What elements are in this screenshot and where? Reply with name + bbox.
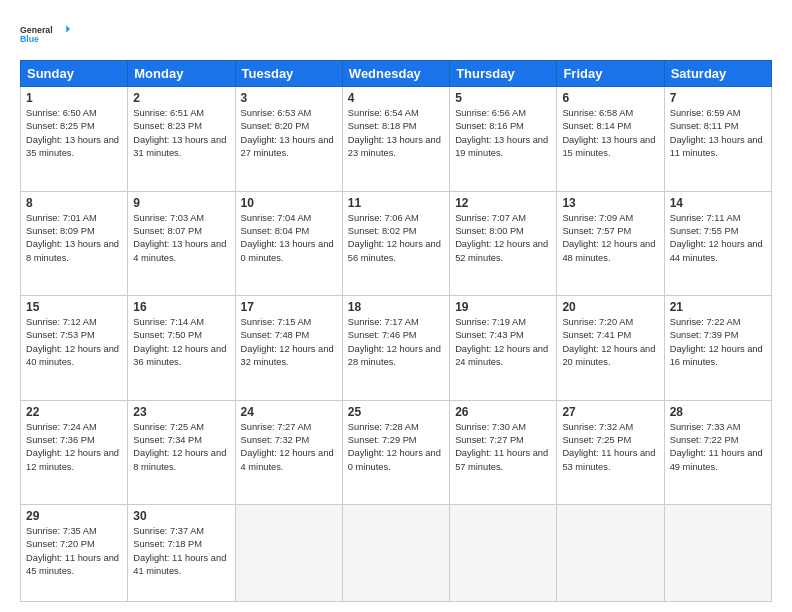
day-header-friday: Friday xyxy=(557,61,664,87)
day-number: 10 xyxy=(241,196,337,210)
day-info: Sunrise: 6:53 AM Sunset: 8:20 PM Dayligh… xyxy=(241,107,337,161)
day-number: 30 xyxy=(133,509,229,523)
day-number: 1 xyxy=(26,91,122,105)
day-info: Sunrise: 7:24 AM Sunset: 7:36 PM Dayligh… xyxy=(26,421,122,475)
calendar-week-1: 1 Sunrise: 6:50 AM Sunset: 8:25 PM Dayli… xyxy=(21,87,772,192)
day-info: Sunrise: 7:03 AM Sunset: 8:07 PM Dayligh… xyxy=(133,212,229,266)
day-info: Sunrise: 7:30 AM Sunset: 7:27 PM Dayligh… xyxy=(455,421,551,475)
day-number: 9 xyxy=(133,196,229,210)
calendar-day: 13 Sunrise: 7:09 AM Sunset: 7:57 PM Dayl… xyxy=(557,191,664,296)
calendar-day xyxy=(235,505,342,602)
day-info: Sunrise: 6:54 AM Sunset: 8:18 PM Dayligh… xyxy=(348,107,444,161)
calendar-day: 20 Sunrise: 7:20 AM Sunset: 7:41 PM Dayl… xyxy=(557,296,664,401)
day-number: 13 xyxy=(562,196,658,210)
calendar-day: 16 Sunrise: 7:14 AM Sunset: 7:50 PM Dayl… xyxy=(128,296,235,401)
day-header-thursday: Thursday xyxy=(450,61,557,87)
day-info: Sunrise: 7:27 AM Sunset: 7:32 PM Dayligh… xyxy=(241,421,337,475)
calendar-day: 28 Sunrise: 7:33 AM Sunset: 7:22 PM Dayl… xyxy=(664,400,771,505)
day-number: 3 xyxy=(241,91,337,105)
logo: General Blue xyxy=(20,16,70,52)
calendar-day: 19 Sunrise: 7:19 AM Sunset: 7:43 PM Dayl… xyxy=(450,296,557,401)
day-number: 6 xyxy=(562,91,658,105)
calendar-day: 21 Sunrise: 7:22 AM Sunset: 7:39 PM Dayl… xyxy=(664,296,771,401)
logo-svg: General Blue xyxy=(20,16,70,52)
day-number: 23 xyxy=(133,405,229,419)
calendar-day: 2 Sunrise: 6:51 AM Sunset: 8:23 PM Dayli… xyxy=(128,87,235,192)
calendar-day: 17 Sunrise: 7:15 AM Sunset: 7:48 PM Dayl… xyxy=(235,296,342,401)
calendar-day: 7 Sunrise: 6:59 AM Sunset: 8:11 PM Dayli… xyxy=(664,87,771,192)
calendar-day: 14 Sunrise: 7:11 AM Sunset: 7:55 PM Dayl… xyxy=(664,191,771,296)
calendar-day xyxy=(450,505,557,602)
calendar-week-5: 29 Sunrise: 7:35 AM Sunset: 7:20 PM Dayl… xyxy=(21,505,772,602)
calendar-day: 8 Sunrise: 7:01 AM Sunset: 8:09 PM Dayli… xyxy=(21,191,128,296)
day-number: 11 xyxy=(348,196,444,210)
svg-text:General: General xyxy=(20,25,53,35)
calendar-day: 25 Sunrise: 7:28 AM Sunset: 7:29 PM Dayl… xyxy=(342,400,449,505)
calendar-week-4: 22 Sunrise: 7:24 AM Sunset: 7:36 PM Dayl… xyxy=(21,400,772,505)
day-header-tuesday: Tuesday xyxy=(235,61,342,87)
day-info: Sunrise: 7:11 AM Sunset: 7:55 PM Dayligh… xyxy=(670,212,766,266)
calendar-day: 23 Sunrise: 7:25 AM Sunset: 7:34 PM Dayl… xyxy=(128,400,235,505)
calendar-day: 27 Sunrise: 7:32 AM Sunset: 7:25 PM Dayl… xyxy=(557,400,664,505)
day-info: Sunrise: 7:14 AM Sunset: 7:50 PM Dayligh… xyxy=(133,316,229,370)
day-info: Sunrise: 7:28 AM Sunset: 7:29 PM Dayligh… xyxy=(348,421,444,475)
day-number: 15 xyxy=(26,300,122,314)
day-header-saturday: Saturday xyxy=(664,61,771,87)
calendar-day: 30 Sunrise: 7:37 AM Sunset: 7:18 PM Dayl… xyxy=(128,505,235,602)
day-number: 5 xyxy=(455,91,551,105)
calendar-day xyxy=(557,505,664,602)
svg-text:Blue: Blue xyxy=(20,34,39,44)
calendar-day: 22 Sunrise: 7:24 AM Sunset: 7:36 PM Dayl… xyxy=(21,400,128,505)
calendar-day: 24 Sunrise: 7:27 AM Sunset: 7:32 PM Dayl… xyxy=(235,400,342,505)
day-info: Sunrise: 7:17 AM Sunset: 7:46 PM Dayligh… xyxy=(348,316,444,370)
day-info: Sunrise: 7:01 AM Sunset: 8:09 PM Dayligh… xyxy=(26,212,122,266)
day-info: Sunrise: 7:19 AM Sunset: 7:43 PM Dayligh… xyxy=(455,316,551,370)
day-number: 24 xyxy=(241,405,337,419)
day-info: Sunrise: 7:15 AM Sunset: 7:48 PM Dayligh… xyxy=(241,316,337,370)
day-number: 7 xyxy=(670,91,766,105)
day-number: 28 xyxy=(670,405,766,419)
day-number: 8 xyxy=(26,196,122,210)
day-info: Sunrise: 7:09 AM Sunset: 7:57 PM Dayligh… xyxy=(562,212,658,266)
day-info: Sunrise: 7:22 AM Sunset: 7:39 PM Dayligh… xyxy=(670,316,766,370)
day-info: Sunrise: 6:56 AM Sunset: 8:16 PM Dayligh… xyxy=(455,107,551,161)
day-info: Sunrise: 7:12 AM Sunset: 7:53 PM Dayligh… xyxy=(26,316,122,370)
day-header-monday: Monday xyxy=(128,61,235,87)
day-info: Sunrise: 7:20 AM Sunset: 7:41 PM Dayligh… xyxy=(562,316,658,370)
day-info: Sunrise: 7:25 AM Sunset: 7:34 PM Dayligh… xyxy=(133,421,229,475)
calendar-day: 15 Sunrise: 7:12 AM Sunset: 7:53 PM Dayl… xyxy=(21,296,128,401)
calendar-day: 4 Sunrise: 6:54 AM Sunset: 8:18 PM Dayli… xyxy=(342,87,449,192)
day-info: Sunrise: 6:58 AM Sunset: 8:14 PM Dayligh… xyxy=(562,107,658,161)
day-header-wednesday: Wednesday xyxy=(342,61,449,87)
day-info: Sunrise: 7:37 AM Sunset: 7:18 PM Dayligh… xyxy=(133,525,229,579)
svg-marker-2 xyxy=(66,25,70,33)
calendar-day: 12 Sunrise: 7:07 AM Sunset: 8:00 PM Dayl… xyxy=(450,191,557,296)
day-number: 14 xyxy=(670,196,766,210)
calendar-table: SundayMondayTuesdayWednesdayThursdayFrid… xyxy=(20,60,772,602)
day-number: 17 xyxy=(241,300,337,314)
day-number: 2 xyxy=(133,91,229,105)
calendar-day: 10 Sunrise: 7:04 AM Sunset: 8:04 PM Dayl… xyxy=(235,191,342,296)
day-info: Sunrise: 6:51 AM Sunset: 8:23 PM Dayligh… xyxy=(133,107,229,161)
day-info: Sunrise: 7:35 AM Sunset: 7:20 PM Dayligh… xyxy=(26,525,122,579)
day-header-sunday: Sunday xyxy=(21,61,128,87)
day-number: 21 xyxy=(670,300,766,314)
calendar-day: 11 Sunrise: 7:06 AM Sunset: 8:02 PM Dayl… xyxy=(342,191,449,296)
calendar-day: 18 Sunrise: 7:17 AM Sunset: 7:46 PM Dayl… xyxy=(342,296,449,401)
day-number: 20 xyxy=(562,300,658,314)
calendar-day xyxy=(342,505,449,602)
calendar-week-3: 15 Sunrise: 7:12 AM Sunset: 7:53 PM Dayl… xyxy=(21,296,772,401)
calendar-day: 3 Sunrise: 6:53 AM Sunset: 8:20 PM Dayli… xyxy=(235,87,342,192)
day-number: 22 xyxy=(26,405,122,419)
day-info: Sunrise: 6:59 AM Sunset: 8:11 PM Dayligh… xyxy=(670,107,766,161)
day-number: 27 xyxy=(562,405,658,419)
day-number: 4 xyxy=(348,91,444,105)
day-info: Sunrise: 7:06 AM Sunset: 8:02 PM Dayligh… xyxy=(348,212,444,266)
day-number: 25 xyxy=(348,405,444,419)
day-info: Sunrise: 7:32 AM Sunset: 7:25 PM Dayligh… xyxy=(562,421,658,475)
calendar-week-2: 8 Sunrise: 7:01 AM Sunset: 8:09 PM Dayli… xyxy=(21,191,772,296)
day-number: 18 xyxy=(348,300,444,314)
calendar-day: 1 Sunrise: 6:50 AM Sunset: 8:25 PM Dayli… xyxy=(21,87,128,192)
calendar-day: 5 Sunrise: 6:56 AM Sunset: 8:16 PM Dayli… xyxy=(450,87,557,192)
calendar-day xyxy=(664,505,771,602)
